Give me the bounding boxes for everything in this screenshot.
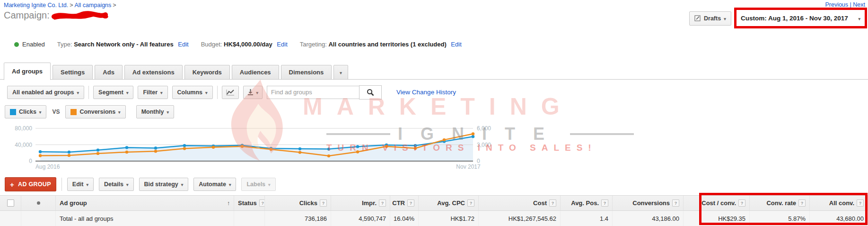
column-label: Conv. rate	[766, 199, 796, 207]
plus-icon: +	[10, 181, 14, 189]
status-bullet-icon	[37, 201, 40, 205]
conversions-point	[327, 154, 330, 157]
conversions-point	[39, 154, 42, 157]
breadcrumb-separator: >	[70, 2, 73, 9]
campaign-type: Type: Search Network only - All features…	[57, 41, 189, 48]
caret-down-icon	[126, 89, 129, 96]
column-header-cost-conv[interactable]: Cost / conv.?	[684, 196, 750, 210]
campaign-targeting: Targeting: All countries and territories…	[300, 41, 462, 48]
help-icon[interactable]: ?	[467, 199, 474, 207]
column-header-avg-pos[interactable]: Avg. Pos.?	[561, 196, 613, 210]
tab-keywords[interactable]: Keywords	[184, 65, 230, 80]
column-header-clicks[interactable]: Clicks?	[265, 196, 331, 210]
clicks-point	[414, 144, 417, 147]
help-icon[interactable]: ?	[672, 199, 679, 207]
interval-selector[interactable]: Monthly	[136, 105, 174, 118]
total-row-cell-6: 16.04%	[390, 211, 419, 226]
metric1-selector[interactable]: Clicks	[5, 105, 46, 118]
total-row-cell-1	[21, 211, 56, 226]
help-icon[interactable]: ?	[601, 199, 608, 207]
column-header-all-conv[interactable]: All conv.?	[810, 196, 868, 210]
campaign-label: Campaign:	[4, 10, 50, 21]
date-range-annotation-box: Custom: Aug 1, 2016 - Nov 30, 2017	[734, 8, 867, 28]
help-icon[interactable]: ?	[379, 199, 386, 207]
breadcrumb-all-campaigns-link[interactable]: All campaigns	[75, 2, 112, 9]
bid-strategy-button[interactable]: Bid strategy	[139, 178, 189, 191]
toggle-chart-button[interactable]	[222, 86, 239, 99]
help-icon[interactable]: ?	[798, 199, 806, 207]
caret-down-icon	[340, 69, 342, 76]
view-filter-button[interactable]: All enabled ad groups	[7, 86, 84, 99]
total-row-cell-2: Total - all ad groups	[56, 211, 234, 226]
column-header-blank[interactable]	[0, 196, 21, 210]
download-icon	[247, 89, 254, 95]
caret-down-icon	[77, 89, 79, 96]
column-label: Ad group	[60, 199, 87, 207]
conversions-point	[270, 148, 272, 151]
total-row-cell-0	[0, 211, 21, 226]
column-header-ctr[interactable]: CTR?	[390, 196, 419, 210]
edit-button[interactable]: Edit	[67, 178, 94, 191]
segment-button[interactable]: Segment	[93, 86, 133, 99]
column-header-cost[interactable]: Cost?	[479, 196, 561, 210]
next-link[interactable]: Next	[853, 1, 865, 8]
filter-button[interactable]: Filter	[138, 86, 167, 99]
clicks-point	[96, 149, 99, 152]
select-all-checkbox[interactable]	[7, 199, 14, 207]
column-header-impr[interactable]: Impr.?	[331, 196, 390, 210]
download-button[interactable]	[243, 86, 263, 99]
caret-down-icon	[268, 181, 271, 188]
edit-targeting-link[interactable]: Edit	[451, 41, 461, 48]
tab-audiences[interactable]: Audiences	[232, 65, 279, 80]
left-axis-tick: 40,000	[15, 142, 32, 148]
labels-button[interactable]: Labels	[241, 178, 275, 191]
tab-bar: Ad groupsSettingsAdsAd extensionsKeyword…	[4, 62, 350, 80]
metric2-selector[interactable]: Conversions	[65, 105, 125, 118]
add-ad-group-button[interactable]: + AD GROUP	[5, 177, 56, 191]
clicks-point	[39, 150, 42, 153]
column-label: Clicks	[299, 199, 317, 207]
tab-ads[interactable]: Ads	[95, 65, 123, 80]
tab-ad-groups[interactable]: Ad groups	[4, 63, 51, 80]
column-header-blank[interactable]	[21, 196, 56, 210]
search-input[interactable]	[267, 86, 359, 99]
breadcrumb-account-link[interactable]: Marketing Ignite Co. Ltd.	[4, 2, 68, 9]
help-icon[interactable]: ?	[259, 199, 265, 207]
search-button[interactable]	[359, 85, 382, 99]
tab-dimensions[interactable]: Dimensions	[281, 65, 332, 80]
column-header-conv-rate[interactable]: Conv. rate?	[750, 196, 810, 210]
previous-link[interactable]: Previous	[825, 1, 848, 8]
date-range-selector[interactable]: Custom: Aug 1, 2016 - Nov 30, 2017	[736, 10, 865, 26]
conversions-point	[298, 151, 301, 154]
edit-type-link[interactable]: Edit	[178, 41, 188, 48]
total-row-cell-11: HK$29.35	[684, 211, 750, 226]
ad-groups-table: Ad group↑Status?Clicks?Impr.?CTR?Avg. CP…	[0, 195, 868, 226]
column-label: All conv.	[829, 199, 854, 207]
column-header-status[interactable]: Status?	[234, 196, 265, 210]
edit-budget-link[interactable]: Edit	[277, 41, 287, 48]
conversions-point	[414, 147, 417, 150]
tab-ad-extensions[interactable]: Ad extensions	[124, 65, 183, 80]
more-tabs-button[interactable]	[333, 65, 348, 80]
caret-down-icon	[205, 89, 208, 96]
help-icon[interactable]: ?	[407, 199, 414, 207]
column-label: Cost / conv.	[701, 199, 736, 207]
tab-settings[interactable]: Settings	[53, 65, 93, 80]
column-header-ad-group[interactable]: Ad group↑	[56, 196, 234, 210]
x-axis-label-end: Nov 2017	[456, 163, 481, 170]
search-icon	[367, 89, 374, 96]
details-button[interactable]: Details	[99, 178, 134, 191]
draft-pencil-icon	[694, 15, 701, 22]
help-icon[interactable]: ?	[320, 199, 327, 207]
clicks-point	[125, 146, 128, 149]
automate-button[interactable]: Automate	[193, 178, 236, 191]
help-icon[interactable]: ?	[857, 199, 864, 207]
help-icon[interactable]: ?	[549, 199, 556, 207]
column-header-avg-cpc[interactable]: Avg. CPC?	[419, 196, 479, 210]
view-change-history-link[interactable]: View Change History	[396, 89, 456, 96]
column-header-conversions[interactable]: Conversions?	[613, 196, 684, 210]
drafts-button[interactable]: Drafts	[689, 11, 731, 26]
help-icon[interactable]: ?	[738, 199, 745, 207]
columns-button[interactable]: Columns	[172, 86, 213, 99]
caret-down-icon	[724, 15, 726, 22]
